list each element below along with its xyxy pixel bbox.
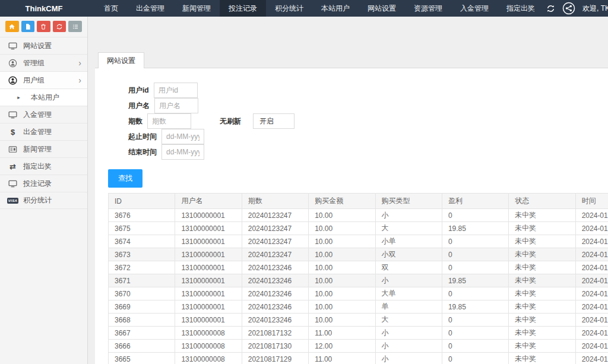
filter-group: 用户名 <box>128 98 204 113</box>
cell-period: 20210817130 <box>242 340 308 353</box>
top-nav-item[interactable]: 网站设置 <box>359 0 405 17</box>
cell-id: 3670 <box>109 287 175 300</box>
no-refresh-label: 无刷新 <box>220 116 241 126</box>
top-nav-item[interactable]: 新闻管理 <box>173 0 220 17</box>
monitor-icon <box>8 110 18 119</box>
cell-id: 3668 <box>109 314 175 327</box>
table-row: 3670 13100000001 20240123246 10.00 大单 0 … <box>109 287 608 300</box>
file-icon[interactable] <box>21 21 35 32</box>
sidebar-item-label: 出金管理 <box>23 127 81 137</box>
filter-input[interactable] <box>154 98 198 113</box>
top-nav-item[interactable]: 首页 <box>95 0 127 17</box>
cell-period: 20240123247 <box>242 222 308 235</box>
cell-time: 2024-01-23 20:55:30 <box>575 300 608 314</box>
no-refresh-select[interactable]: 开启 <box>253 113 294 129</box>
table-row: 3673 13100000001 20240123247 10.00 小双 0 … <box>109 248 608 261</box>
search-button[interactable]: 查找 <box>108 169 142 188</box>
cell-period: 20240123246 <box>242 261 308 274</box>
sidebar-item[interactable]: 入金管理 <box>0 106 87 123</box>
cell-period: 20240123247 <box>242 248 308 261</box>
cell-status: 未中奖 <box>509 261 575 274</box>
cell-id: 3675 <box>109 222 175 235</box>
cell-period: 20210817129 <box>242 353 308 364</box>
home-icon[interactable] <box>5 21 19 32</box>
list-icon[interactable] <box>68 21 82 32</box>
main-content: 网站设置 用户id 用户名 期数 <box>95 17 608 364</box>
cell-profit: 0 <box>442 261 508 274</box>
top-nav-item[interactable]: 积分统计 <box>266 0 312 17</box>
sidebar-item-label: 指定出奖 <box>23 162 81 172</box>
top-nav-item[interactable]: 出金管理 <box>127 0 173 17</box>
cell-time: 2024-01-23 20:55:30 <box>575 261 608 274</box>
table-body: 3676 13100000001 20240123247 10.00 小 0 未… <box>109 209 608 364</box>
table-row: 3675 13100000001 20240123247 10.00 大 19.… <box>109 222 608 235</box>
sidebar-item[interactable]: ⇄ 指定出奖 <box>0 157 87 175</box>
monitor-icon <box>8 179 18 188</box>
cell-period: 20210817132 <box>242 327 308 340</box>
top-nav-item[interactable]: 投注记录 <box>220 0 266 17</box>
cell-type: 双 <box>375 261 442 274</box>
cell-username: 13100000001 <box>175 314 242 327</box>
records-table: ID用户名期数购买金额购买类型盈利状态时间 3676 13100000001 2… <box>108 193 608 364</box>
cell-time: 2024-01-23 20:55:30 <box>575 314 608 327</box>
table-row: 3669 13100000001 20240123246 10.00 单 19.… <box>109 300 608 314</box>
brand-logo[interactable]: ThinkCMF <box>0 0 88 17</box>
cell-period: 20240123246 <box>242 314 308 327</box>
filter-label: 期数 <box>128 116 142 126</box>
cell-profit: 0 <box>442 287 508 300</box>
table-row: 3676 13100000001 20240123247 10.00 小 0 未… <box>109 209 608 222</box>
header-right: 欢迎, TKO <box>546 0 608 17</box>
top-nav-item[interactable]: 资源管理 <box>405 0 451 17</box>
filter-group: 用户id <box>128 83 204 98</box>
no-refresh-group: 无刷新 开启 <box>220 113 294 129</box>
cell-username: 13100000001 <box>175 248 242 261</box>
filter-input[interactable] <box>147 113 191 129</box>
sidebar-item[interactable]: 新闻管理 <box>0 140 87 157</box>
cell-time: 2024-01-23 20:55:30 <box>575 327 608 340</box>
sidebar-item-label: 新闻管理 <box>23 144 81 154</box>
column-header: 期数 <box>242 194 308 209</box>
cell-type: 小 <box>375 209 442 222</box>
user-avatar-share-icon[interactable] <box>562 2 575 15</box>
sidebar-item[interactable]: VISA 积分统计 <box>0 192 87 209</box>
sidebar-item[interactable]: 网站设置 <box>0 37 87 54</box>
cell-time: 2024-01-23 20:55:30 <box>575 274 608 287</box>
cell-amount: 10.00 <box>309 314 375 327</box>
sidebar-item-label: 管理组 <box>23 58 78 68</box>
table-row: 3668 13100000001 20240123246 10.00 大 0 未… <box>109 314 608 327</box>
filter-input[interactable] <box>162 144 204 160</box>
sidebar-item[interactable]: ▸ 本站用户 <box>0 88 87 106</box>
top-nav-item[interactable]: 指定出奖 <box>498 0 544 17</box>
sidebar-menu: 网站设置 管理组 › 用户组 › ▸ 本站用户 <box>0 37 87 209</box>
sidebar-item[interactable]: 管理组 › <box>0 54 87 71</box>
filter-input[interactable] <box>162 129 204 144</box>
top-nav-item[interactable]: 入金管理 <box>451 0 498 17</box>
cell-status: 未中奖 <box>509 274 575 287</box>
recycle-icon[interactable] <box>53 21 66 32</box>
refresh-icon[interactable] <box>546 4 555 13</box>
filter-input[interactable] <box>154 83 198 98</box>
cell-amount: 10.00 <box>309 235 375 248</box>
trash-icon[interactable] <box>37 21 50 32</box>
cell-status: 未中奖 <box>509 222 575 235</box>
sidebar-item[interactable]: $ 出金管理 <box>0 123 87 140</box>
cell-amount: 10.00 <box>309 274 375 287</box>
sidebar-item[interactable]: 投注记录 <box>0 175 87 192</box>
cell-profit: 0 <box>442 353 508 364</box>
sidebar-item-label: 本站用户 <box>31 93 81 103</box>
cell-id: 3672 <box>109 261 175 274</box>
chevron-right-icon: › <box>78 59 81 67</box>
cell-username: 13100000001 <box>175 300 242 314</box>
cell-username: 13100000001 <box>175 209 242 222</box>
cell-period: 20240123247 <box>242 209 308 222</box>
cell-status: 未中奖 <box>509 314 575 327</box>
cell-status: 未中奖 <box>509 287 575 300</box>
cell-username: 13100000001 <box>175 222 242 235</box>
column-header: 时间 <box>575 194 608 209</box>
tab-site-settings[interactable]: 网站设置 <box>98 52 144 68</box>
top-nav-item[interactable]: 本站用户 <box>312 0 359 17</box>
cell-username: 13100000001 <box>175 287 242 300</box>
column-header: 状态 <box>509 194 575 209</box>
sidebar-item[interactable]: 用户组 › <box>0 71 87 88</box>
content-panel: 用户id 用户名 期数 起止时间 <box>95 68 608 364</box>
